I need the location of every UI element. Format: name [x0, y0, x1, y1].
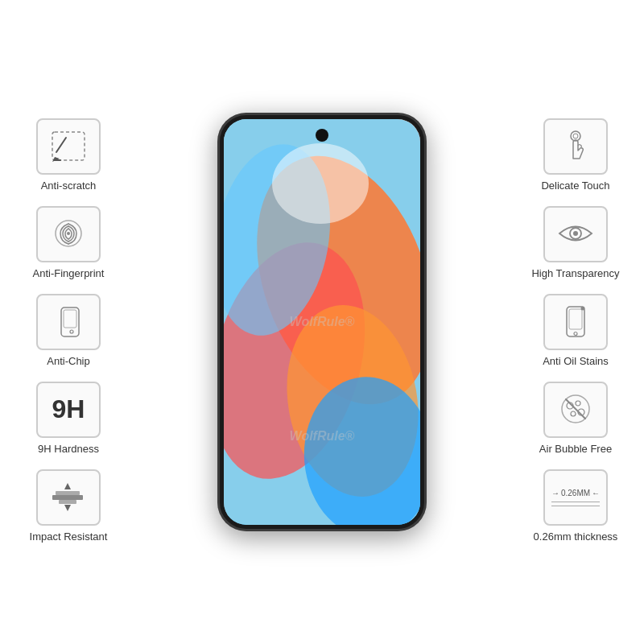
thickness-icon-box: → 0.26MM ←: [543, 469, 608, 526]
anti-chip-icon-box: [36, 294, 101, 350]
air-bubble-icon-box: [543, 382, 608, 438]
9h-text: 9H: [52, 394, 85, 424]
feature-delicate-touch: Delicate Touch: [541, 118, 609, 192]
feature-thickness: → 0.26MM ← 0.26mm thickness: [534, 469, 618, 543]
svg-rect-26: [569, 309, 582, 329]
feature-anti-fingerprint: Anti-Fingerprint: [33, 206, 105, 279]
svg-point-32: [576, 401, 580, 406]
watermark-bottom: WolfRule®: [290, 429, 355, 444]
svg-rect-9: [52, 495, 83, 500]
svg-rect-10: [56, 491, 80, 495]
thickness-line: [551, 502, 600, 502]
svg-point-28: [581, 307, 585, 311]
left-features: Anti-scratch Anti-Fingerprint: [0, 102, 137, 543]
phone-notch: [316, 129, 328, 142]
thickness-label: 0.26mm thickness: [534, 530, 618, 543]
svg-point-33: [571, 411, 576, 416]
phone-chip-icon: [48, 303, 89, 340]
high-transparency-label: High Transparency: [531, 267, 619, 279]
delicate-touch-icon-box: [543, 118, 608, 175]
svg-point-27: [574, 332, 577, 336]
phone-screen: WolfRule® WolfRule®: [224, 119, 420, 525]
anti-scratch-label: Anti-scratch: [41, 180, 97, 192]
bubbles-icon: [555, 391, 596, 427]
thickness-arrows: → 0.26MM ←: [551, 489, 600, 497]
feature-impact-resistant: Impact Resistant: [30, 469, 108, 543]
feature-9h-hardness: 9H 9H Hardness: [36, 382, 101, 455]
phone-center: WolfRule® WolfRule®: [137, 113, 507, 531]
9h-hardness-label: 9H Hardness: [38, 443, 99, 455]
impact-resistant-label: Impact Resistant: [30, 530, 108, 543]
svg-marker-13: [64, 505, 71, 511]
impact-icon-box: [36, 469, 101, 526]
air-bubble-free-label: Air Bubble Free: [539, 443, 612, 455]
svg-rect-11: [59, 500, 76, 504]
anti-oil-icon-box: [543, 294, 608, 350]
svg-line-1: [56, 138, 66, 152]
svg-point-20: [272, 143, 369, 224]
anti-fingerprint-label: Anti-Fingerprint: [33, 267, 105, 279]
right-features: Delicate Touch High Transparency: [507, 102, 644, 543]
feature-anti-chip: Anti-Chip: [36, 294, 101, 367]
anti-chip-label: Anti-Chip: [47, 355, 89, 367]
anti-oil-label: Anti Oil Stains: [543, 355, 609, 367]
arrow-left: →: [551, 489, 559, 497]
9h-icon-box: 9H: [36, 382, 101, 438]
svg-point-8: [70, 330, 73, 333]
feature-anti-oil-stains: Anti Oil Stains: [543, 294, 609, 367]
svg-point-5: [67, 232, 70, 235]
impact-icon: [46, 479, 90, 515]
svg-point-22: [573, 134, 578, 138]
main-container: Anti-scratch Anti-Fingerprint: [0, 0, 644, 644]
svg-marker-12: [64, 483, 71, 489]
feature-anti-scratch: Anti-scratch: [36, 118, 101, 192]
touch-icon: [555, 128, 596, 164]
thickness-value-label: 0.26MM: [561, 489, 590, 497]
phone-oil-icon: [555, 303, 596, 340]
svg-rect-7: [64, 310, 76, 328]
svg-point-24: [573, 231, 578, 236]
high-transparency-icon-box: [543, 206, 608, 262]
phone-wallpaper: WolfRule® WolfRule®: [224, 119, 420, 525]
anti-scratch-icon-box: [36, 118, 101, 175]
svg-point-21: [571, 131, 580, 141]
svg-rect-0: [52, 132, 85, 160]
thickness-line2: [551, 506, 600, 506]
arrow-right: ←: [592, 489, 600, 497]
phone-device: WolfRule® WolfRule®: [217, 113, 427, 531]
anti-fingerprint-icon-box: [36, 206, 101, 262]
delicate-touch-label: Delicate Touch: [541, 180, 609, 192]
feature-high-transparency: High Transparency: [531, 206, 619, 279]
svg-rect-3: [53, 159, 61, 161]
fingerprint-icon: [48, 216, 89, 252]
scratch-icon: [48, 128, 89, 164]
eye-icon: [555, 216, 596, 252]
watermark-top: WolfRule®: [290, 315, 355, 329]
feature-air-bubble-free: Air Bubble Free: [539, 382, 612, 455]
